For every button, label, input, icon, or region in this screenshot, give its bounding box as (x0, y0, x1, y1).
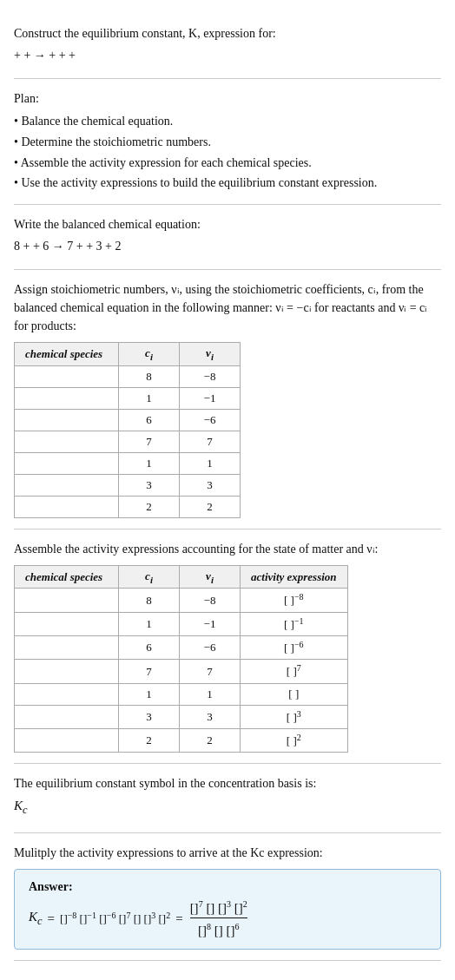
activity-expr-3: [ ]7 (241, 660, 348, 683)
stoich-ci-5: 3 (119, 474, 180, 496)
stoich-ci-1: 1 (119, 387, 180, 409)
stoich-ci-0: 8 (119, 365, 180, 387)
activity-vi-4: 1 (180, 683, 241, 705)
activity-expr-2: [ ]−6 (241, 636, 348, 660)
activity-ci-5: 3 (119, 705, 180, 728)
answer-section: Mulitply the activity expressions to arr… (14, 833, 441, 961)
activity-row-1: 1 −1 [ ]−1 (15, 612, 348, 635)
stoich-vi-3: 7 (180, 431, 241, 452)
activity-species-6 (15, 729, 119, 753)
activity-vi-2: −6 (180, 636, 241, 660)
plan-step-1: Balance the chemical equation. (14, 111, 441, 132)
activity-row-0: 8 −8 [ ]−8 (15, 589, 348, 612)
reaction-line: + + → + + + (14, 46, 441, 64)
equals-sign-2: = (175, 911, 182, 926)
equilibrium-basis-section: The equilibrium constant symbol in the c… (14, 764, 441, 833)
stoich-header-row: chemical species ci νi (15, 343, 241, 366)
stoich-vi-0: −8 (180, 365, 241, 387)
activity-species-0 (15, 589, 119, 612)
stoich-species-6 (15, 496, 119, 517)
stoich-ci-4: 1 (119, 452, 180, 474)
balanced-eq-title: Write the balanced chemical equation: (14, 215, 441, 233)
activity-ci-4: 1 (119, 683, 180, 705)
stoich-ci-6: 2 (119, 496, 180, 517)
balanced-eq-line: 8 + + 6 → 7 + + 3 + 2 (14, 237, 441, 255)
stoich-table: chemical species ci νi 8 −8 1 −1 6 −6 7 … (14, 342, 241, 518)
stoich-species-4 (15, 452, 119, 474)
activity-vi-6: 2 (180, 729, 241, 753)
kc-numerator: []7 [] []3 []2 (190, 899, 247, 918)
plan-section: Plan: Balance the chemical equation. Det… (14, 79, 441, 205)
plan-list: Balance the chemical equation. Determine… (14, 111, 441, 194)
stoich-vi-1: −1 (180, 387, 241, 409)
kc-denominator: []8 [] []6 (198, 920, 239, 938)
stoich-vi-4: 1 (180, 452, 241, 474)
stoich-vi-2: −6 (180, 409, 241, 431)
stoich-vi-6: 2 (180, 496, 241, 517)
stoich-row-3: 7 7 (15, 431, 241, 452)
activity-col-expr: activity expression (241, 565, 348, 589)
stoich-row-0: 8 −8 (15, 365, 241, 387)
activity-species-1 (15, 612, 119, 635)
activity-vi-3: 7 (180, 660, 241, 683)
activity-ci-6: 2 (119, 729, 180, 753)
activity-expr-0: [ ]−8 (241, 589, 348, 612)
activity-ci-1: 1 (119, 612, 180, 635)
stoich-col-ci: ci (119, 343, 180, 366)
activity-expr-6: [ ]2 (241, 729, 348, 753)
plan-title: Plan: (14, 89, 441, 108)
activity-species-3 (15, 660, 119, 683)
stoich-intro: Assign stoichiometric numbers, νᵢ, using… (14, 280, 441, 335)
activity-table: chemical species ci νi activity expressi… (14, 565, 348, 753)
stoich-ci-2: 6 (119, 409, 180, 431)
plan-step-2: Determine the stoichiometric numbers. (14, 132, 441, 153)
stoich-vi-5: 3 (180, 474, 241, 496)
stoich-row-1: 1 −1 (15, 387, 241, 409)
activity-row-5: 3 3 [ ]3 (15, 705, 348, 728)
activity-section: Assemble the activity expressions accoun… (14, 529, 441, 765)
activity-col-vi: νi (180, 565, 241, 589)
multiply-intro: Mulitply the activity expressions to arr… (14, 844, 441, 862)
plan-step-4: Use the activity expressions to build th… (14, 173, 441, 194)
stoich-species-1 (15, 387, 119, 409)
activity-expr-1: [ ]−1 (241, 612, 348, 635)
stoich-species-5 (15, 474, 119, 496)
stoich-row-5: 3 3 (15, 474, 241, 496)
activity-ci-3: 7 (119, 660, 180, 683)
activity-row-2: 6 −6 [ ]−6 (15, 636, 348, 660)
stoich-col-vi: νi (180, 343, 241, 366)
kc-symbol: Kc (29, 910, 43, 928)
construct-section: Construct the equilibrium constant, K, e… (14, 14, 441, 79)
equals-sign-1: = (48, 911, 55, 926)
balanced-eq-section: Write the balanced chemical equation: 8 … (14, 205, 441, 270)
activity-species-5 (15, 705, 119, 728)
product-terms: []−8 []−1 []−6 []7 [] []3 []2 (60, 911, 170, 926)
kc-expression: Kc = []−8 []−1 []−6 []7 [] []3 []2 = []7… (29, 899, 426, 938)
stoich-species-2 (15, 409, 119, 431)
activity-vi-5: 3 (180, 705, 241, 728)
activity-intro: Assemble the activity expressions accoun… (14, 540, 441, 558)
activity-header-row: chemical species ci νi activity expressi… (15, 565, 348, 589)
activity-species-4 (15, 683, 119, 705)
activity-ci-2: 6 (119, 636, 180, 660)
stoich-row-4: 1 1 (15, 452, 241, 474)
activity-species-2 (15, 636, 119, 660)
activity-row-3: 7 7 [ ]7 (15, 660, 348, 683)
stoich-ci-3: 7 (119, 431, 180, 452)
stoich-species-0 (15, 365, 119, 387)
stoich-row-2: 6 −6 (15, 409, 241, 431)
activity-col-species: chemical species (15, 565, 119, 589)
stoich-col-species: chemical species (15, 343, 119, 366)
kc-fraction: []7 [] []3 []2 []8 [] []6 (190, 899, 247, 938)
activity-row-6: 2 2 [ ]2 (15, 729, 348, 753)
activity-col-ci: ci (119, 565, 180, 589)
activity-expr-5: [ ]3 (241, 705, 348, 728)
activity-row-4: 1 1 [ ] (15, 683, 348, 705)
activity-ci-0: 8 (119, 589, 180, 612)
equilibrium-basis-text: The equilibrium constant symbol in the c… (14, 774, 441, 793)
stoich-species-3 (15, 431, 119, 452)
equilibrium-basis-symbol: Kc (14, 796, 441, 819)
answer-label: Answer: (29, 880, 426, 894)
stoich-row-6: 2 2 (15, 496, 241, 517)
activity-vi-0: −8 (180, 589, 241, 612)
